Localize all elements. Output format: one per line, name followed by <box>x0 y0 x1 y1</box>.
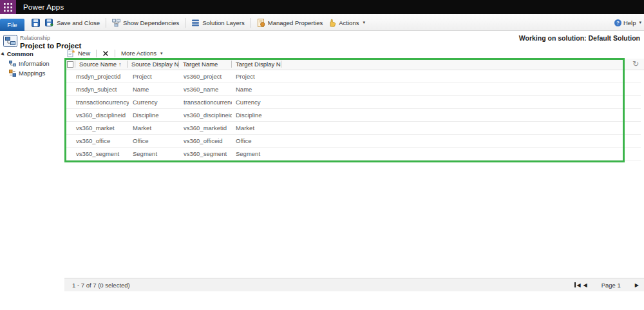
table-row[interactable]: vs360_segmentSegmentvs360_segmentSegment <box>64 148 641 160</box>
pager: ◀ ◀ Page 1 ▶ <box>574 282 644 289</box>
select-all-checkbox[interactable] <box>67 61 73 68</box>
sidebar-item-mappings[interactable]: Mappings <box>0 70 64 77</box>
column-label: Target Name <box>183 61 218 68</box>
first-page-button[interactable]: ◀ <box>574 282 580 288</box>
chevron-down-icon: ▾ <box>639 20 641 25</box>
cell: Project <box>129 73 180 80</box>
delete-x-icon <box>102 50 109 57</box>
cell: vs360_disciplineid <box>180 111 232 119</box>
entity-titles: Relationship Project to Project <box>20 35 81 50</box>
cell: vs360_name <box>180 86 232 93</box>
column-header-source-name[interactable]: Source Name↑ <box>75 61 127 68</box>
app-title: Power Apps <box>23 0 64 14</box>
file-tab[interactable]: File <box>0 19 24 31</box>
save-button[interactable] <box>29 19 43 27</box>
record-range-label: 1 - 7 of 7 (0 selected) <box>64 282 130 289</box>
help-label: Help <box>623 19 636 26</box>
cell: transactioncurrencyid <box>75 99 129 106</box>
nav-group-common[interactable]: ▶ Common <box>0 50 64 57</box>
new-record-icon <box>67 49 75 57</box>
managed-properties-button[interactable]: Managed Properties <box>254 19 326 27</box>
grid-body: msdyn_projectidProjectvs360_projectProje… <box>64 70 641 160</box>
previous-page-button[interactable]: ◀ <box>583 282 587 288</box>
cell: msdyn_subject <box>75 86 129 93</box>
column-label: Source Display Name <box>131 61 178 68</box>
table-row[interactable]: msdyn_subjectNamevs360_nameName <box>64 83 641 96</box>
table-row[interactable]: msdyn_projectidProjectvs360_projectProje… <box>64 70 641 83</box>
column-header-target-display-name[interactable]: Target Display Name <box>232 61 281 68</box>
nav-group-label: Common <box>7 50 33 57</box>
page-number-label: Page 1 <box>601 282 621 289</box>
ribbon-separator <box>251 18 251 28</box>
column-label: Source Name <box>79 61 117 68</box>
cell: vs360_disciplineid <box>75 111 129 119</box>
delete-button[interactable] <box>101 50 110 57</box>
mappings-icon <box>9 70 16 77</box>
entity-header: Relationship Project to Project <box>3 35 81 50</box>
actions-button[interactable]: Actions ▾ <box>325 19 368 27</box>
cell: vs360_project <box>180 73 232 80</box>
chevron-down-icon: ▾ <box>363 20 365 25</box>
toolbar-separator <box>115 50 115 57</box>
table-row[interactable]: vs360_officeOfficevs360_officeidOffice <box>64 135 641 148</box>
save-and-close-icon <box>45 19 54 27</box>
grid-footer: 1 - 7 of 7 (0 selected) ◀ ◀ Page 1 ▶ <box>64 278 644 291</box>
help-button[interactable]: ? Help ▾ <box>614 14 641 31</box>
chevron-down-icon: ▾ <box>160 51 163 56</box>
show-dependencies-label: Show Dependencies <box>123 19 179 26</box>
next-page-button[interactable]: ▶ <box>635 282 639 288</box>
column-header-target-name[interactable]: Target Name <box>179 61 231 68</box>
cell: Office <box>232 137 281 144</box>
actions-icon <box>328 19 336 27</box>
column-label: Target Display Name <box>236 61 281 68</box>
cell: Market <box>129 124 180 131</box>
cell: Segment <box>129 150 180 157</box>
information-icon <box>9 60 16 67</box>
toolbar-separator <box>96 50 97 57</box>
show-dependencies-icon <box>112 19 120 27</box>
cell: vs360_segment <box>75 150 129 157</box>
cell: Name <box>232 86 281 93</box>
managed-properties-icon <box>257 19 265 27</box>
save-icon <box>32 19 40 27</box>
sidebar-nav: ▶ Common Information Mappings <box>0 50 64 77</box>
waffle-menu-button[interactable] <box>0 0 16 14</box>
sort-ascending-icon: ↑ <box>118 61 122 68</box>
more-actions-label: More Actions <box>121 50 156 57</box>
grid-header: Source Name↑ Source Display Name Target … <box>64 59 644 70</box>
refresh-button[interactable]: ↻ <box>632 59 639 68</box>
table-row[interactable]: vs360_marketMarketvs360_marketidMarket <box>64 122 641 135</box>
waffle-icon <box>4 3 12 12</box>
header-checkbox-cell <box>64 61 75 68</box>
grid-toolbar: New More Actions ▾ <box>66 48 164 58</box>
show-dependencies-button[interactable]: Show Dependencies <box>109 19 182 27</box>
solution-layers-label: Solution Layers <box>202 19 244 26</box>
ribbon-toolbar: File Save and Close Show Dependencies So… <box>0 14 644 31</box>
app-window: Power Apps File Save and Close Show Depe… <box>0 0 644 310</box>
cell: vs360_segment <box>180 150 232 157</box>
column-header-source-display-name[interactable]: Source Display Name <box>128 61 178 68</box>
header-separator <box>281 61 281 68</box>
previous-arrow-icon: ◀ <box>576 282 580 288</box>
cell: vs360_office <box>75 137 129 144</box>
solution-layers-button[interactable]: Solution Layers <box>189 19 247 27</box>
table-row[interactable]: vs360_disciplineidDisciplinevs360_discip… <box>64 109 641 122</box>
managed-properties-label: Managed Properties <box>268 19 323 26</box>
cell: Currency <box>129 99 180 106</box>
sidebar-item-information[interactable]: Information <box>0 60 64 67</box>
cell: Market <box>232 124 281 131</box>
collapse-triangle-icon: ▶ <box>1 51 6 56</box>
entity-type-label: Relationship <box>20 35 81 41</box>
relationship-icon <box>3 35 17 47</box>
new-button[interactable]: New <box>66 49 91 57</box>
cell: vs360_market <box>75 124 129 131</box>
more-actions-button[interactable]: More Actions ▾ <box>120 50 164 57</box>
cell: msdyn_projectid <box>75 73 129 80</box>
table-row[interactable]: transactioncurrencyidCurrencytransaction… <box>64 96 641 109</box>
sidebar: Relationship Project to Project ▶ Common… <box>0 32 64 290</box>
ribbon-separator <box>106 18 106 28</box>
sidebar-item-label: Information <box>19 60 50 67</box>
ribbon-buttons: Save and Close Show Dependencies Solutio… <box>29 14 368 31</box>
cell: vs360_officeid <box>180 137 232 144</box>
save-and-close-button[interactable]: Save and Close <box>43 19 102 27</box>
